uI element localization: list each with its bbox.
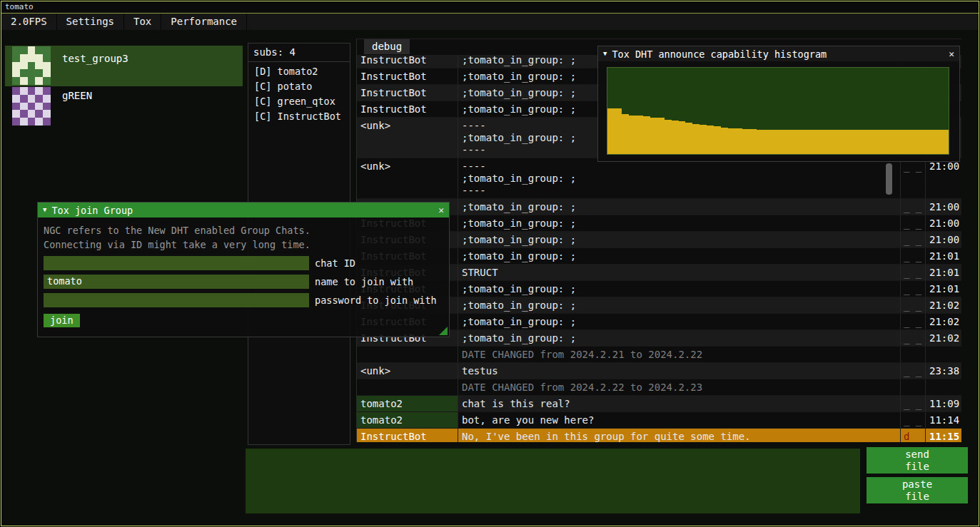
chat-message-time: 11:09 — [925, 396, 961, 411]
histogram-bar — [699, 125, 707, 154]
chat-author — [357, 379, 458, 395]
histogram-bar — [814, 130, 821, 154]
join-button[interactable]: join — [44, 314, 80, 327]
join-info-line-1: NGC refers to the New DHT enabled Group … — [44, 223, 443, 237]
chat-message-row[interactable]: <unk>testus_ _23:38 — [357, 363, 961, 379]
join-group-body: NGC refers to the New DHT enabled Group … — [38, 218, 449, 337]
chat-author: tomato2 — [357, 412, 458, 428]
paste-file-button[interactable]: paste file — [867, 477, 968, 503]
resize-grip[interactable] — [439, 327, 448, 335]
join-password-label: password to join with — [315, 295, 437, 306]
join-fields: chat IDtomatoname to join withpassword t… — [44, 256, 443, 307]
histogram-bar — [771, 130, 778, 154]
chat-message-row[interactable]: InstructBotNo, I've been in this group f… — [357, 429, 961, 442]
chat-message-time: 23:38 — [925, 363, 961, 379]
subs-list: [D] tomato2[C] potato[C] green_qtox[C] I… — [248, 62, 350, 124]
chat-scrollbar[interactable] — [886, 163, 892, 195]
app-window: tomato 2.0FPSSettingsToxPerformance test… — [1, 1, 979, 526]
join-password-input[interactable] — [44, 293, 309, 307]
subs-list-item[interactable]: [C] InstructBot — [248, 109, 350, 124]
dht-histogram-window: ▼ Tox DHT announce capability histogram … — [597, 46, 960, 162]
dht-histogram-body — [598, 61, 959, 161]
chat-message-text: ;tomato_in_group: ; — [458, 297, 900, 313]
histogram-bar — [870, 130, 877, 154]
group-item-test_group3[interactable]: test_group3 — [5, 46, 243, 86]
histogram-bar — [749, 129, 757, 154]
chat-message-text: ;tomato_in_group: ; — [458, 215, 900, 231]
chat-message-line: ---- — [462, 185, 900, 197]
chat-message-flags: _ _ — [900, 281, 925, 297]
subs-list-item[interactable]: [C] potato — [248, 79, 350, 94]
send-file-button[interactable]: send file — [867, 447, 968, 474]
histogram-bar — [899, 130, 906, 154]
chat-message-line: ;tomato_in_group: ; — [462, 234, 900, 246]
histogram-bar — [863, 130, 870, 154]
chat-message-flags: _ _ — [900, 265, 925, 280]
histogram-bar — [913, 130, 920, 154]
join-name-input[interactable]: tomato — [44, 275, 309, 289]
group-item-green[interactable]: gREEN — [5, 86, 243, 125]
join-group-titlebar: ▼ Tox join Group ✕ — [38, 203, 449, 218]
menu-bar: 2.0FPSSettingsToxPerformance — [1, 14, 979, 30]
message-input[interactable] — [246, 449, 860, 513]
subs-list-item[interactable]: [D] tomato2 — [248, 64, 350, 79]
chat-system-row[interactable]: DATE CHANGED from 2024.2.22 to 2024.2.23 — [357, 379, 961, 396]
chat-message-flags: d — [900, 429, 925, 442]
chat-message-time: 21:02 — [925, 330, 961, 346]
chat-message-time: 21:01 — [925, 281, 961, 297]
menu-item-performance[interactable]: Performance — [161, 14, 247, 30]
subs-list-item[interactable]: [C] green_qtox — [248, 94, 350, 109]
chat-author: tomato2 — [357, 396, 458, 411]
chat-message-line: ;tomato_in_group: ; — [462, 218, 900, 230]
chat-message-line: testus — [462, 365, 900, 377]
chat-message-time: 11:15 — [925, 429, 961, 442]
chat-message-time — [925, 347, 961, 362]
chat-system-row[interactable]: DATE CHANGED from 2024.2.21 to 2024.2.22 — [357, 347, 961, 363]
histogram-bar — [842, 130, 849, 154]
chat-message-line: ;tomato_in_group: ; — [462, 316, 900, 328]
chat-message-row[interactable]: tomato2chat is this real?_ _11:09 — [357, 396, 961, 412]
chat-message-line: ;tomato_in_group: ; — [462, 173, 900, 185]
chat-id-input[interactable] — [44, 256, 309, 270]
histogram-bar — [877, 130, 884, 154]
group-avatar — [11, 87, 52, 126]
histogram-bar — [692, 124, 699, 154]
chat-author: InstructBot — [357, 85, 458, 101]
close-icon[interactable]: ✕ — [949, 48, 954, 59]
menu-item-tox[interactable]: Tox — [124, 14, 161, 30]
chat-author: <unk> — [357, 363, 458, 379]
chat-message-line: STRUCT — [462, 267, 900, 279]
chat-message-row[interactable]: tomato2bot, are you new here?_ _11:14 — [357, 412, 961, 429]
chat-message-time: 21:00 — [925, 158, 961, 198]
join-field-row: chat ID — [44, 256, 443, 270]
chat-message-time — [925, 379, 961, 395]
chat-message-flags: _ _ — [900, 314, 925, 329]
collapse-arrow-icon[interactable]: ▼ — [603, 46, 607, 61]
histogram-bar — [721, 128, 728, 155]
histogram-bar — [707, 126, 714, 154]
close-icon[interactable]: ✕ — [438, 205, 444, 215]
histogram-bar — [799, 130, 807, 154]
chat-message-row[interactable]: <unk>----;tomato_in_group: ;----_ _21:00 — [357, 158, 961, 199]
chat-message-line: ---- — [462, 160, 900, 173]
chat-message-text: chat is this real? — [458, 396, 900, 411]
chat-message-line: chat is this real? — [462, 398, 900, 410]
tab-debug[interactable]: debug — [364, 39, 410, 54]
chat-message-time: 11:14 — [925, 412, 961, 428]
join-group-title: Tox join Group — [51, 205, 133, 216]
histogram-bar — [636, 116, 643, 154]
chat-message-line: ;tomato_in_group: ; — [462, 300, 900, 312]
join-name-label: name to join with — [315, 276, 413, 287]
collapse-arrow-icon[interactable]: ▼ — [43, 203, 46, 218]
chat-message-flags — [900, 347, 925, 362]
chat-message-text: DATE CHANGED from 2024.2.21 to 2024.2.22 — [458, 347, 900, 362]
menu-item-settings[interactable]: Settings — [57, 14, 124, 30]
chat-message-flags: _ _ — [900, 158, 925, 198]
chat-message-text: ;tomato_in_group: ; — [458, 248, 900, 264]
dht-histogram-plot — [607, 67, 949, 155]
histogram-bar — [629, 116, 636, 154]
dht-histogram-titlebar: ▼ Tox DHT announce capability histogram … — [598, 46, 959, 61]
chat-message-line: ;tomato_in_group: ; — [462, 201, 900, 213]
histogram-bar — [665, 120, 672, 154]
group-name: test_group3 — [62, 53, 128, 64]
